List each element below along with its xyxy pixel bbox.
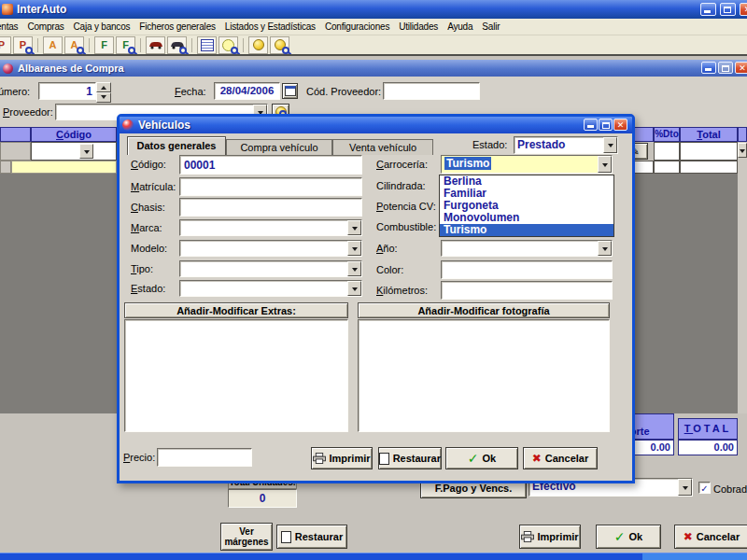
buscar-vehiculos-button[interactable]	[167, 36, 187, 54]
dropdown-arrow-icon[interactable]	[678, 479, 692, 496]
tipo-combobox[interactable]	[179, 260, 362, 277]
row2-selector-cell	[0, 161, 11, 174]
total-cell[interactable]	[680, 142, 738, 161]
restore-box-icon	[379, 453, 389, 465]
dialog-maximize-button[interactable]	[599, 119, 613, 131]
numero-spinner[interactable]	[96, 82, 111, 100]
row2-cell	[680, 161, 738, 174]
chasis-field[interactable]	[179, 198, 362, 217]
imprimir-button[interactable]: Imprimir	[519, 525, 581, 549]
main-restore-button[interactable]	[720, 3, 736, 16]
codigo-cell[interactable]	[31, 142, 117, 161]
dto-cell[interactable]	[654, 142, 680, 161]
menu-item-listados[interactable]: Listados y Estadísticas	[220, 21, 320, 32]
dropdown-arrow-icon[interactable]	[603, 137, 617, 153]
foto-header-button[interactable]: Añadir-Modificar fotografía	[358, 302, 610, 318]
dropdown-arrow-icon[interactable]	[347, 261, 361, 276]
albaranes-close-button[interactable]: ✕	[735, 62, 747, 74]
dropdown-arrow-icon[interactable]	[347, 281, 361, 296]
ver-margenes-button[interactable]: Ver márgenes	[220, 523, 273, 551]
buscar-albaran-compra-button[interactable]: P	[13, 36, 33, 54]
tab-datos-generales[interactable]: Datos generales	[127, 136, 226, 155]
toolbar: P P A A F F	[0, 35, 747, 54]
carroceria-dropdown-list: Berlina Familiar Furgoneta Monovolumen T…	[439, 175, 614, 237]
table-header-codigo[interactable]: Código	[31, 127, 117, 142]
modelo-combobox[interactable]	[179, 240, 362, 257]
albaranes-titlebar: Albaranes de Compra	[0, 60, 747, 77]
menu-item-ayuda[interactable]: Ayuda	[443, 21, 477, 32]
buscar-factura-button[interactable]: F	[116, 36, 135, 54]
proveedor-label: Proveedor:	[3, 106, 53, 118]
close-icon: ✕	[736, 63, 747, 73]
caja-button[interactable]	[248, 36, 268, 54]
ok-button[interactable]: ✓ Ok	[596, 525, 661, 549]
extras-header-button[interactable]: Añadir-Modificar Extras:	[124, 302, 348, 318]
menu-item-ventas[interactable]: Ventas	[0, 21, 22, 32]
marca-combobox[interactable]	[179, 219, 362, 236]
cobrado-checkbox[interactable]: ✓	[698, 482, 711, 494]
table-header-dto[interactable]: %Dto	[654, 127, 680, 142]
albaranes-maximize-button[interactable]	[718, 62, 733, 74]
cancelar-button[interactable]: ✖ Cancelar	[674, 525, 747, 549]
calendar-icon	[285, 86, 296, 96]
dialog-imprimir-button[interactable]: Imprimir	[311, 447, 373, 469]
color-field[interactable]	[441, 260, 613, 279]
vehiculos-button[interactable]	[146, 36, 165, 54]
precio-field[interactable]	[157, 448, 252, 467]
restaurar-button[interactable]: Restaurar	[276, 525, 347, 549]
kilometros-field[interactable]	[441, 281, 613, 300]
codigo-field[interactable]: 00001	[179, 155, 362, 175]
dropdown-arrow-icon[interactable]	[598, 241, 612, 256]
fecha-field[interactable]: 28/04/2006	[214, 82, 280, 100]
dropdown-arrow-icon[interactable]	[347, 220, 361, 235]
foto-box[interactable]	[358, 319, 610, 432]
dropdown-arrow-icon[interactable]	[347, 241, 361, 256]
factura-button[interactable]: F	[94, 36, 114, 54]
dropdown-arrow-icon[interactable]	[598, 156, 612, 173]
albaranes-minimize-button[interactable]	[701, 62, 716, 74]
tab-venta-vehiculo[interactable]: Venta vehículo	[332, 139, 433, 155]
vehiculos-dialog-icon	[122, 119, 134, 131]
menu-item-utilidades[interactable]: Utilidades	[394, 21, 443, 32]
spinner-up-icon[interactable]	[96, 82, 111, 92]
dialog-minimize-button[interactable]	[584, 119, 598, 131]
menu-item-configuraciones[interactable]: Configuraciones	[320, 21, 394, 32]
buscar-albaran-venta-button[interactable]: A	[64, 36, 84, 54]
cod-proveedor-field[interactable]	[383, 82, 480, 100]
menu-item-caja-y-bancos[interactable]: Caja y bancos	[69, 21, 135, 32]
numero-field[interactable]: 1	[38, 82, 96, 100]
buscar-listado-button[interactable]	[218, 36, 238, 54]
cilindrada-label: Cilindrada:	[376, 180, 426, 191]
carroceria-combobox[interactable]: Turismo	[441, 155, 613, 174]
calendar-button[interactable]	[282, 83, 298, 99]
tab-compra-vehiculo[interactable]: Compra vehículo	[226, 139, 332, 155]
albaran-compra-button[interactable]: P	[0, 36, 11, 54]
vehiculos-titlebar[interactable]: Vehículos	[120, 117, 632, 133]
menu-item-ficheros-generales[interactable]: Ficheros generales	[134, 21, 219, 32]
active-row-highlight[interactable]	[11, 161, 117, 174]
ano-combobox[interactable]	[441, 240, 613, 257]
menu-item-salir[interactable]: Salir	[477, 21, 504, 32]
codigo-cell-dropdown-icon[interactable]	[79, 144, 93, 159]
spinner-down-icon[interactable]	[96, 92, 111, 103]
matricula-field[interactable]	[179, 177, 362, 196]
row-dropdown-icon[interactable]	[738, 143, 747, 158]
dialog-close-button[interactable]: ✕	[613, 119, 627, 131]
albaran-venta-button[interactable]: A	[43, 36, 63, 54]
menu-item-compras[interactable]: Compras	[22, 21, 68, 32]
main-close-button[interactable]: ✕	[740, 3, 747, 16]
estado-header-combobox[interactable]: Prestado	[514, 136, 618, 154]
listado-button[interactable]	[197, 36, 217, 54]
list-item-turismo[interactable]: Turismo	[440, 224, 613, 236]
dialog-restaurar-button[interactable]: Restaurar	[378, 447, 442, 469]
row-selector-cell[interactable]	[0, 142, 31, 161]
extras-box[interactable]	[124, 319, 348, 432]
dialog-cancelar-button[interactable]: ✖ Cancelar	[523, 447, 598, 469]
toolbar-separator	[191, 38, 192, 52]
vehiculos-dialog: Vehículos ✕ Datos generales Compra vehíc…	[117, 114, 635, 483]
main-minimize-button[interactable]	[700, 3, 716, 16]
table-header-total[interactable]: Total	[680, 127, 738, 142]
buscar-caja-button[interactable]	[270, 36, 289, 54]
estado-combobox[interactable]	[179, 280, 362, 297]
dialog-ok-button[interactable]: ✓ Ok	[445, 447, 518, 469]
